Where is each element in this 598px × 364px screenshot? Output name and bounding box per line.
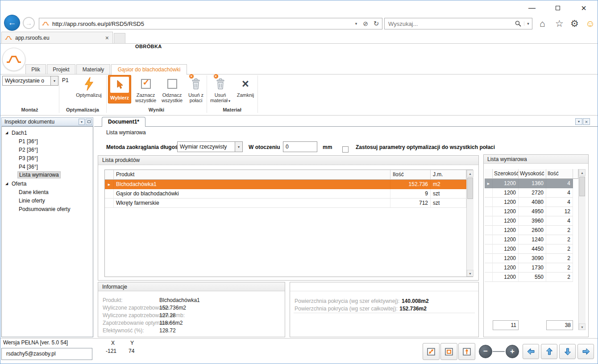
dimensions-row[interactable]: 1200 3090 2 [485,254,573,263]
zoom-in-button[interactable]: + [506,345,519,358]
dimensions-row[interactable]: 1200 1240 2 [485,235,573,244]
column-header-szerokosc[interactable]: Szerokość [493,169,519,179]
back-button[interactable]: ← [4,15,20,31]
products-row-selected[interactable]: ▶ Blchodachówka1 152.736 m2 [105,180,466,189]
settings-gear-icon[interactable]: ⚙ [570,18,579,29]
refresh-icon[interactable]: ↻ [370,20,382,28]
inspector-header: Inspektor dokumentu ▾ [1,117,93,126]
dimensions-row[interactable]: 1200 2720 4 [485,188,573,198]
ribbon-tab-materialy[interactable]: Materiały [76,64,110,74]
scroll-up-icon[interactable]: ▲ [579,169,586,176]
remove-material-button[interactable]: × Usuń materiał▾ [208,75,233,104]
tree-item-p4[interactable]: P4 [36°] [19,164,38,170]
zoom-out-button[interactable]: − [479,345,492,358]
search-icon[interactable] [512,21,524,27]
tree-item-p3[interactable]: P3 [36°] [19,155,38,161]
check-all-button[interactable]: ✓ Zaznacz wszystkie [133,75,158,104]
tree-item-p2[interactable]: P2 [36°] [19,147,38,153]
pan-left-button[interactable] [523,344,539,359]
column-header-ilosc[interactable]: Ilość [390,170,431,180]
info-value: 152.736m2 [159,305,186,311]
zoom-selected-button[interactable] [458,343,475,360]
ribbon-tab-projekt[interactable]: Projekt [47,64,75,74]
zoom-slider-track[interactable] [493,351,505,352]
cell-ilosc: 2 [546,273,573,282]
favorites-star-icon[interactable]: ☆ [555,18,564,29]
dimensions-row[interactable]: 1200 2600 2 [485,226,573,235]
usage-combo[interactable]: Wykorzystanie o ▾ [2,76,58,86]
ribbon-tab-plik[interactable]: Plik [25,64,46,74]
forward-button[interactable]: → [23,17,35,29]
dimensions-row[interactable]: 1200 1730 2 [485,263,573,273]
column-header-produkt[interactable]: Produkt [114,170,390,180]
close-document-button[interactable]: × Zamknij [234,75,257,104]
smiley-feedback-icon[interactable]: ☺ [586,18,595,29]
dimensions-row[interactable]: 1200 4450 2 [485,244,573,254]
scrollbar-thumb[interactable] [467,178,473,199]
apply-all-checkbox[interactable] [342,146,349,153]
column-header-ilosc[interactable]: Ilość [546,169,573,179]
products-row[interactable]: Wkręty farmerskie 712 szt [105,199,466,208]
tree-item-oferta[interactable]: Oferta [12,181,26,187]
expand-icon[interactable]: ◢ [5,182,8,186]
doc-tab-close-button[interactable]: × [583,118,590,125]
tree-item-p1[interactable]: P1 [36°] [19,138,38,145]
dimensions-scrollbar[interactable]: ▲ ▼ [578,169,586,330]
dimensions-row[interactable]: 1200 3960 4 [485,216,573,226]
scroll-down-icon[interactable]: ▼ [579,323,586,330]
select-button[interactable]: Wybierz [108,75,131,103]
scroll-down-icon[interactable]: ▼ [467,270,473,277]
tree-item-linie-oferty[interactable]: Linie oferty [19,198,45,204]
zoom-region-button[interactable] [440,343,457,360]
column-header-jm[interactable]: J.m. [431,170,466,180]
tolerance-input[interactable]: 0 [283,141,317,152]
dimensions-row[interactable]: 1200 4080 4 [485,198,573,207]
url-text[interactable]: http://app.rsroofs.eu/pl/RSD5/RSD5 [52,21,352,27]
expand-icon[interactable]: ◢ [5,131,8,135]
window-close-button[interactable]: × [573,1,594,15]
new-tab-stub[interactable] [114,33,125,44]
tree-item-lista-wymiarowa[interactable]: Lista wymiarowa [17,172,61,178]
ribbon-tab-gasior[interactable]: Gąsior do blachodachówki [111,64,187,75]
scrollbar-thumb[interactable] [579,177,585,196]
document-tab[interactable]: Document1* [102,117,145,127]
tab-favicon [5,35,12,41]
tree-item-dane-klienta[interactable]: Dane klienta [19,189,49,195]
search-box[interactable]: Wyszukaj... ▾ [384,18,532,29]
tree-item-podsumowanie[interactable]: Podsumowanie oferty [19,206,70,212]
inspector-dropdown-button[interactable]: ▾ [79,119,85,125]
uncheck-all-button[interactable]: Odznacz wszystkie [159,75,185,104]
dimensions-row[interactable]: 1200 550 2 [485,273,573,282]
scroll-up-icon[interactable]: ▲ [467,170,473,177]
search-dropdown-icon[interactable]: ▾ [524,21,532,26]
rounding-combo-dropdown-icon[interactable]: ▾ [235,142,242,152]
browser-tab[interactable]: app.rsroofs.eu × [1,32,113,44]
inspector-pin-button[interactable] [86,119,92,125]
cell-wysokosc: 4450 [519,244,546,254]
pan-up-button[interactable] [541,344,557,359]
app-logo[interactable] [2,48,25,71]
pan-down-button[interactable] [559,344,576,359]
address-dropdown-icon[interactable]: ▾ [352,21,361,26]
address-bar[interactable]: http://app.rsroofs.eu/pl/RSD5/RSD5 ▾ ⊘ ↻ [39,18,382,29]
dimensions-row-selected[interactable]: ▶ 1200 1360 4 [485,179,573,188]
products-row[interactable]: Gąsior do blachodachówki 9 szt [105,189,466,199]
search-placeholder[interactable]: Wyszukaj... [388,21,512,27]
doc-tabs-dropdown-button[interactable]: ▾ [575,118,582,125]
tree-item-dach1[interactable]: Dach1 [12,130,27,136]
column-header-wysokosc[interactable]: Wysokość [519,169,546,179]
products-scrollbar[interactable]: ▲ ▼ [466,170,473,277]
remove-from-slope-button[interactable]: × Usuń z połaci [185,75,207,104]
dimensions-row[interactable]: 1200 4950 12 [485,207,573,216]
usage-combo-dropdown-icon[interactable]: ▾ [50,76,58,85]
ribbon-bottom-line [0,115,598,116]
stop-icon[interactable]: ⊘ [361,20,370,27]
home-icon[interactable]: ⌂ [540,18,545,29]
tab-close-icon[interactable]: × [105,34,109,41]
zoom-fit-button[interactable] [423,343,440,360]
pan-right-button[interactable] [577,344,594,359]
rounding-method-combo[interactable]: Wymiar rzeczywisty ▾ [177,141,243,152]
window-maximize-button[interactable] [548,1,568,15]
window-minimize-button[interactable]: — [522,1,542,15]
optimize-button[interactable]: Optymalizuj [72,75,106,104]
